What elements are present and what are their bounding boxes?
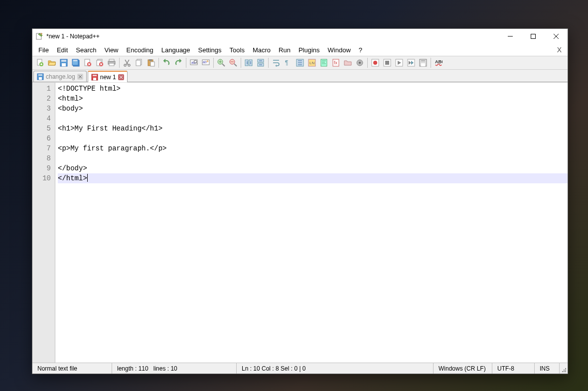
code-line[interactable] xyxy=(58,133,568,143)
record-icon[interactable] xyxy=(370,57,381,68)
app-icon xyxy=(35,32,43,40)
code-line[interactable] xyxy=(58,114,568,124)
menu-edit[interactable]: Edit xyxy=(53,45,72,55)
find-icon[interactable]: ab xyxy=(188,57,199,68)
toolbar-separator xyxy=(119,58,120,68)
func-list-icon[interactable]: fx xyxy=(330,57,341,68)
svg-rect-62 xyxy=(38,74,42,76)
menu-search[interactable]: Search xyxy=(72,45,100,55)
svg-text:¶: ¶ xyxy=(285,59,288,66)
tab-new-1[interactable]: new 1 xyxy=(88,71,128,82)
svg-rect-59 xyxy=(421,63,425,66)
menu-language[interactable]: Language xyxy=(157,45,194,55)
menu-settings[interactable]: Settings xyxy=(194,45,226,55)
doc-map-icon[interactable] xyxy=(318,57,329,68)
open-file-icon[interactable] xyxy=(46,57,57,68)
replace-icon[interactable]: ab xyxy=(200,57,211,68)
svg-rect-63 xyxy=(39,77,42,80)
play-icon[interactable] xyxy=(394,57,405,68)
code-line[interactable] xyxy=(58,153,568,163)
code-line[interactable]: <h1>My First Heading</h1> xyxy=(58,124,568,133)
save-icon[interactable] xyxy=(58,57,69,68)
svg-text:ab: ab xyxy=(203,60,207,64)
indent-guide-icon[interactable] xyxy=(294,57,305,68)
svg-rect-28 xyxy=(150,62,154,66)
maximize-button[interactable] xyxy=(522,29,545,44)
udl-icon[interactable]: LN xyxy=(306,57,317,68)
code-line[interactable]: <!DOCTYPE html> xyxy=(58,84,568,94)
sync-v-icon[interactable] xyxy=(243,57,254,68)
print-icon[interactable] xyxy=(106,57,117,68)
undo-icon[interactable] xyxy=(161,57,172,68)
menu-encoding[interactable]: Encoding xyxy=(123,45,157,55)
status-encoding: UTF-8 xyxy=(492,363,535,374)
resize-grip[interactable] xyxy=(560,363,568,374)
titlebar[interactable]: *new 1 - Notepad++ xyxy=(32,29,568,44)
cut-icon[interactable] xyxy=(122,57,133,68)
close-icon-btn[interactable] xyxy=(82,57,93,68)
save-macro-icon[interactable] xyxy=(418,57,429,68)
zoom-in-icon[interactable] xyxy=(216,57,227,68)
line-number: 4 xyxy=(32,114,51,124)
line-number: 6 xyxy=(32,133,51,143)
svg-text:LN: LN xyxy=(309,61,314,65)
code-editor[interactable]: <!DOCTYPE html><html><body><h1>My First … xyxy=(55,83,568,363)
close-all-icon[interactable] xyxy=(94,57,105,68)
code-line[interactable]: <html> xyxy=(58,94,568,104)
svg-rect-55 xyxy=(385,61,389,65)
copy-icon[interactable] xyxy=(134,57,145,68)
close-window-button[interactable] xyxy=(545,29,568,44)
svg-rect-10 xyxy=(62,63,66,66)
spellcheck-icon[interactable]: ABC xyxy=(433,57,444,68)
line-number: 10 xyxy=(32,173,51,183)
svg-rect-13 xyxy=(73,60,77,61)
svg-rect-19 xyxy=(109,59,114,61)
toolbar-separator xyxy=(186,58,186,68)
tab-close-icon[interactable] xyxy=(77,74,83,80)
redo-icon[interactable] xyxy=(173,57,184,68)
svg-rect-47 xyxy=(321,59,327,66)
code-line[interactable]: </body> xyxy=(58,163,568,173)
disk-saved-icon xyxy=(37,73,44,80)
statusbar: Normal text file length : 110 lines : 10… xyxy=(32,363,568,374)
svg-rect-39 xyxy=(245,60,248,66)
tab-change-log[interactable]: change.log xyxy=(33,71,87,82)
tab-label: change.log xyxy=(46,73,75,80)
line-number: 5 xyxy=(32,124,51,133)
menu-tools[interactable]: Tools xyxy=(226,45,249,55)
line-number-gutter: 12345678910 xyxy=(32,83,55,363)
save-all-icon[interactable] xyxy=(70,57,81,68)
menu-window[interactable]: Window xyxy=(324,45,355,55)
menubar-close-button[interactable]: X xyxy=(553,46,566,54)
new-file-icon[interactable] xyxy=(34,57,45,68)
svg-rect-73 xyxy=(565,370,566,371)
zoom-out-icon[interactable] xyxy=(228,57,239,68)
menu-help[interactable]: ? xyxy=(355,45,366,55)
tab-close-icon[interactable] xyxy=(118,74,124,80)
svg-rect-3 xyxy=(531,34,536,39)
menu-view[interactable]: View xyxy=(101,45,123,55)
show-all-icon[interactable]: ¶ xyxy=(283,57,294,68)
code-line[interactable]: <p>My first paragraph.</p> xyxy=(58,143,568,153)
svg-rect-21 xyxy=(109,63,114,66)
svg-line-36 xyxy=(222,64,225,66)
code-line[interactable]: </html> xyxy=(58,173,568,183)
minimize-button[interactable] xyxy=(499,29,522,44)
svg-rect-27 xyxy=(149,59,152,61)
code-line[interactable]: <body> xyxy=(58,104,568,114)
folder-icon[interactable] xyxy=(342,57,353,68)
menu-plugins[interactable]: Plugins xyxy=(294,45,324,55)
menu-macro[interactable]: Macro xyxy=(249,45,275,55)
svg-rect-74 xyxy=(562,371,563,372)
status-filetype: Normal text file xyxy=(32,363,112,374)
menu-run[interactable]: Run xyxy=(275,45,294,55)
sync-h-icon[interactable] xyxy=(255,57,266,68)
wrap-icon[interactable] xyxy=(271,57,282,68)
stop-icon[interactable] xyxy=(382,57,393,68)
paste-icon[interactable] xyxy=(146,57,156,68)
play-multi-icon[interactable] xyxy=(406,57,417,68)
monitor-icon[interactable] xyxy=(354,57,365,68)
svg-point-22 xyxy=(124,64,126,66)
menu-file[interactable]: File xyxy=(34,45,53,55)
line-number: 7 xyxy=(32,143,51,153)
